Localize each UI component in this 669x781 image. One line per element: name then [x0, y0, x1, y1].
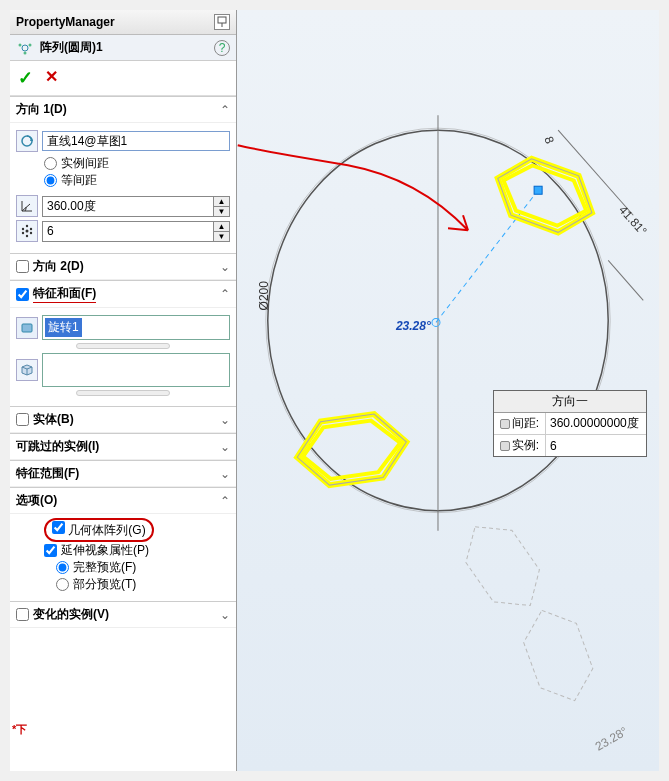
length-label: 8 — [541, 134, 557, 145]
resize-handle[interactable] — [76, 390, 170, 396]
spacing-radio-equal[interactable]: 等间距 — [44, 172, 230, 189]
expand-icon: ⌄ — [220, 260, 230, 274]
count-icon — [16, 220, 38, 242]
section-header-skip[interactable]: 可跳过的实例(I) ⌄ — [10, 433, 236, 460]
section-label: 方向 1(D) — [16, 101, 67, 118]
angle-input[interactable] — [43, 197, 213, 216]
ok-button[interactable]: ✓ — [18, 67, 33, 89]
section-header-bodies[interactable]: 实体(B) ⌄ — [10, 406, 236, 433]
svg-point-2 — [22, 45, 28, 51]
feature-select-icon — [16, 317, 38, 339]
vary-check[interactable] — [16, 608, 29, 621]
expand-icon: ⌄ — [220, 467, 230, 481]
partial-preview-radio[interactable] — [56, 578, 69, 591]
angle-icon — [16, 195, 38, 217]
resize-handle[interactable] — [76, 343, 170, 349]
app-window: PropertyManager 阵列(圆周)1 ? ✓ ✕ 方向 1(D) ⌃ — [10, 10, 659, 771]
count-input[interactable] — [43, 222, 213, 241]
bodies-check[interactable] — [16, 413, 29, 426]
panel-title: PropertyManager — [16, 15, 115, 29]
svg-point-20 — [432, 318, 440, 326]
section-header-vary[interactable]: 变化的实例(V) ⌄ — [10, 601, 236, 628]
feature-selection-list[interactable]: 旋转1 — [42, 315, 230, 340]
direction2-check[interactable] — [16, 260, 29, 273]
full-preview-radio-row[interactable]: 完整预览(F) — [56, 559, 230, 576]
svg-point-11 — [30, 232, 32, 234]
svg-line-31 — [608, 260, 643, 300]
expand-icon: ⌄ — [220, 440, 230, 454]
geom-pattern-check[interactable] — [52, 521, 65, 534]
property-manager-panel: PropertyManager 阵列(圆周)1 ? ✓ ✕ 方向 1(D) ⌃ — [10, 10, 237, 771]
svg-line-19 — [436, 190, 538, 322]
svg-point-10 — [30, 228, 32, 230]
partial-preview-radio-row[interactable]: 部分预览(T) — [56, 576, 230, 593]
svg-marker-22 — [488, 150, 603, 241]
collapse-icon: ⌃ — [220, 287, 230, 301]
circular-pattern-icon — [16, 40, 34, 56]
svg-rect-0 — [218, 17, 226, 23]
lock-icon[interactable] — [500, 441, 510, 451]
svg-point-4 — [29, 43, 32, 46]
diameter-label: Ø200 — [257, 281, 271, 311]
svg-line-30 — [558, 130, 633, 215]
svg-point-9 — [26, 225, 28, 227]
expand-icon: ⌄ — [220, 413, 230, 427]
section-header-direction2[interactable]: 方向 2(D) ⌄ — [10, 253, 236, 280]
pattern-callout[interactable]: 方向一 间距: 实例: — [493, 390, 647, 457]
svg-marker-27 — [300, 417, 404, 482]
section-header-direction1[interactable]: 方向 1(D) ⌃ — [10, 96, 236, 123]
confirm-bar: ✓ ✕ — [10, 61, 236, 96]
collapse-icon: ⌃ — [220, 103, 230, 117]
angle-spinner[interactable]: ▲▼ — [42, 196, 230, 217]
svg-point-3 — [19, 43, 22, 46]
angle-label-1: 23.28° — [395, 319, 431, 333]
spin-up[interactable]: ▲ — [213, 197, 229, 207]
svg-rect-21 — [534, 186, 542, 194]
face-selection-list[interactable] — [42, 353, 230, 387]
angle-label-3: 23.28° — [593, 724, 630, 754]
spin-down[interactable]: ▼ — [213, 232, 229, 241]
feature-name: 阵列(圆周)1 — [40, 39, 103, 56]
full-preview-radio[interactable] — [56, 561, 69, 574]
panel-scroll-area: 方向 1(D) ⌃ 实例间距 等间距 — [10, 96, 236, 771]
svg-point-8 — [26, 230, 29, 233]
lock-icon[interactable] — [500, 419, 510, 429]
svg-marker-29 — [515, 601, 601, 711]
callout-title: 方向一 — [494, 391, 646, 413]
axis-input[interactable] — [42, 131, 230, 151]
svg-rect-15 — [22, 324, 32, 332]
callout-instances-label: 实例: — [512, 437, 539, 454]
svg-marker-26 — [293, 410, 411, 489]
features-check[interactable] — [16, 288, 29, 301]
count-spinner[interactable]: ▲▼ — [42, 221, 230, 242]
callout-instances-input[interactable] — [546, 435, 646, 456]
selected-feature[interactable]: 旋转1 — [45, 318, 82, 337]
extend-visual-check-row[interactable]: 延伸视象属性(P) — [44, 542, 230, 559]
feature-name-bar: 阵列(圆周)1 ? — [10, 35, 236, 61]
svg-point-14 — [22, 228, 24, 230]
spacing-radio-instance[interactable]: 实例间距 — [44, 155, 230, 172]
svg-point-13 — [22, 232, 24, 234]
section-header-features[interactable]: 特征和面(F) ⌃ — [10, 280, 236, 308]
callout-spacing-input[interactable] — [546, 413, 646, 434]
spin-down[interactable]: ▼ — [213, 207, 229, 216]
extend-visual-check[interactable] — [44, 544, 57, 557]
collapse-icon: ⌃ — [220, 494, 230, 508]
graphics-viewport[interactable]: Ø200 23.28° 41.81° 8 23.28° 方向一 间距: 实例: — [237, 10, 659, 771]
help-icon[interactable]: ? — [214, 40, 230, 56]
section-header-options[interactable]: 选项(O) ⌃ — [10, 487, 236, 514]
svg-marker-28 — [452, 511, 553, 622]
panel-title-bar: PropertyManager — [10, 10, 236, 35]
status-flag: *下 — [12, 722, 27, 737]
svg-marker-24 — [495, 158, 594, 233]
spin-up[interactable]: ▲ — [213, 222, 229, 232]
geom-pattern-check-row[interactable]: 几何体阵列(G) — [44, 518, 230, 542]
callout-spacing-label: 间距: — [512, 415, 539, 432]
svg-marker-23 — [488, 150, 603, 241]
axis-icon[interactable] — [16, 130, 38, 152]
cancel-button[interactable]: ✕ — [45, 67, 58, 89]
face-select-icon — [16, 359, 38, 381]
section-header-scope[interactable]: 特征范围(F) ⌄ — [10, 460, 236, 487]
svg-point-5 — [24, 51, 27, 54]
pin-icon[interactable] — [214, 14, 230, 30]
